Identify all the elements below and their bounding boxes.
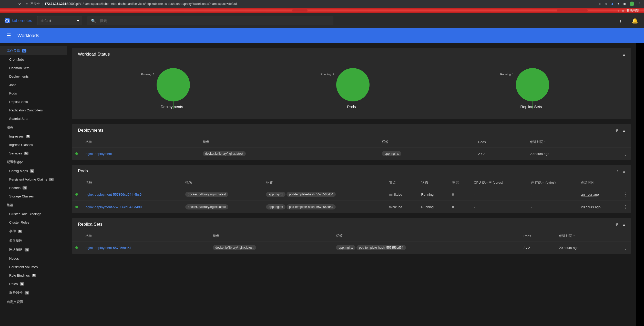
chevron-down-icon: ▾: [77, 19, 79, 23]
column-header[interactable]: CPU 使用率 (cores): [470, 177, 528, 188]
column-header[interactable]: Pods: [520, 230, 556, 241]
namespace-select[interactable]: default ▾: [37, 16, 82, 25]
column-header[interactable]: 节点: [385, 177, 418, 188]
column-header[interactable]: 内存使用 (bytes): [528, 177, 577, 188]
row-menu-icon[interactable]: ⋮: [623, 204, 628, 209]
sidebar-item[interactable]: Nodes: [0, 254, 67, 263]
collapse-icon[interactable]: ▴: [623, 169, 625, 174]
sidebar-item[interactable]: ServicesN: [0, 149, 67, 157]
column-header[interactable]: 创建时间 ↑: [577, 177, 619, 188]
resource-link[interactable]: nginx-deployment: [86, 152, 112, 156]
extension-icon[interactable]: ◆: [611, 2, 614, 6]
create-button[interactable]: ＋: [616, 16, 625, 25]
chart-title: Deployments: [161, 104, 183, 109]
column-header[interactable]: 镜像: [209, 230, 332, 241]
sidebar-item[interactable]: Pods: [0, 89, 67, 98]
search-input[interactable]: [100, 19, 330, 23]
hamburger-icon[interactable]: ☰: [4, 31, 13, 40]
sidebar-section[interactable]: 自定义资源: [0, 297, 67, 307]
address-bar[interactable]: ⚠ 不安全 | 172.21.161.234:8000/api/v1/names…: [26, 2, 594, 6]
sidebar-item[interactable]: Ingress Classes: [0, 141, 67, 149]
sidebar-item[interactable]: 命名空间: [0, 236, 67, 245]
profile-avatar[interactable]: [630, 2, 634, 6]
sidebar-section[interactable]: 服务: [0, 123, 67, 132]
collapse-icon[interactable]: ▴: [623, 52, 625, 57]
collapse-icon[interactable]: ▴: [623, 222, 625, 227]
forward-icon[interactable]: →: [11, 2, 14, 6]
sidebar-item[interactable]: Role BindingsN: [0, 271, 67, 280]
sidebar-item[interactable]: 网络策略N: [0, 245, 67, 254]
label-chip: app: nginx: [382, 151, 401, 156]
column-header[interactable]: 标签: [378, 136, 475, 148]
row-menu-icon[interactable]: ⋮: [623, 192, 628, 197]
search-icon: 🔍: [91, 18, 96, 23]
card-title: Workload Status: [78, 52, 110, 57]
window-icon[interactable]: ▣: [623, 2, 626, 6]
collapse-icon[interactable]: ▴: [623, 128, 625, 133]
sidebar-item[interactable]: Config MapsN: [0, 167, 67, 175]
sidebar-item[interactable]: Cluster Role Bindings: [0, 210, 67, 218]
sidebar-item[interactable]: Stateful Sets: [0, 114, 67, 123]
column-header[interactable]: 标签: [332, 230, 520, 241]
filter-icon[interactable]: ⚞: [615, 222, 619, 227]
brand-text: kubernetes: [12, 18, 32, 23]
resource-link[interactable]: nginx-deployment-557856cd54: [86, 246, 131, 250]
column-header[interactable]: Pods: [475, 136, 526, 148]
pods-card: Pods ⚞ ▴ 名称镜像标签节点状态重启CPU 使用率 (cores)内存使用…: [72, 165, 631, 213]
search-box[interactable]: 🔍: [87, 16, 333, 25]
timestamp: 20 hours ago: [559, 246, 578, 250]
column-header[interactable]: 重启: [448, 177, 470, 188]
puzzle-icon[interactable]: ✦: [617, 2, 620, 6]
sidebar-item[interactable]: RolesN: [0, 280, 67, 288]
resource-link[interactable]: nginx-deployment-557856cd54-h4hs9: [86, 193, 141, 196]
notifications-button[interactable]: 🔔: [630, 16, 639, 25]
star-icon[interactable]: ☆: [605, 2, 608, 6]
sidebar-section[interactable]: 集群: [0, 201, 67, 210]
label-chip: app: nginx: [266, 204, 285, 209]
column-header[interactable]: 状态: [418, 177, 448, 188]
column-header[interactable]: 名称: [82, 177, 182, 188]
sidebar-section[interactable]: 工作负载N: [0, 46, 67, 55]
row-menu-icon[interactable]: ⋮: [623, 245, 628, 250]
filter-icon[interactable]: ⚞: [615, 128, 619, 133]
pie-chart: [336, 68, 370, 101]
column-header[interactable]: 镜像: [182, 177, 262, 188]
sidebar-item[interactable]: IngressesN: [0, 132, 67, 141]
bookmarks-bar: » 🗀 其他书签: [0, 8, 644, 13]
sidebar-item[interactable]: Storage Classes: [0, 192, 67, 201]
sidebar-item[interactable]: 事件N: [0, 227, 67, 236]
column-header[interactable]: 创建时间 ↑: [555, 230, 619, 241]
install-icon[interactable]: ⇧: [599, 2, 601, 6]
other-bookmarks[interactable]: 其他书签: [627, 8, 639, 13]
sidebar-item[interactable]: Daemon Sets: [0, 64, 67, 72]
status-chart: Running: 1Deployments: [154, 68, 190, 109]
overflow-chevron[interactable]: »: [618, 9, 619, 13]
column-header[interactable]: 创建时间 ↑: [526, 136, 619, 148]
column-header[interactable]: 镜像: [199, 136, 379, 148]
sidebar-item[interactable]: Replica Sets: [0, 98, 67, 106]
sidebar-item[interactable]: Replication Controllers: [0, 106, 67, 114]
sidebar-item[interactable]: Jobs: [0, 81, 67, 89]
sidebar-item[interactable]: Cron Jobs: [0, 55, 67, 64]
timestamp: 20 hours ago: [530, 152, 549, 156]
filter-icon[interactable]: ⚞: [615, 169, 619, 174]
resource-link[interactable]: nginx-deployment-557856cd54-5d4d9: [86, 205, 142, 209]
sidebar-item[interactable]: Deployments: [0, 72, 67, 81]
chart-label: Running: 1: [500, 73, 514, 76]
sidebar-item[interactable]: Persistent Volume ClaimsN: [0, 175, 67, 184]
reload-icon[interactable]: ⟳: [18, 2, 21, 6]
menu-icon[interactable]: ⋮: [638, 2, 641, 6]
sidebar-section[interactable]: 配置和存储: [0, 157, 67, 167]
sidebar-item[interactable]: Cluster Roles: [0, 218, 67, 227]
label-chip: docker.io/library/nginx:latest: [213, 245, 256, 250]
sidebar-item[interactable]: SecretsN: [0, 184, 67, 192]
back-icon[interactable]: ←: [3, 2, 6, 6]
column-header[interactable]: 名称: [82, 136, 199, 148]
brand-logo[interactable]: kubernetes: [5, 18, 32, 23]
sidebar-item[interactable]: Persistent Volumes: [0, 263, 67, 271]
column-header[interactable]: 名称: [82, 230, 209, 241]
sidebar-item[interactable]: 服务账号N: [0, 288, 67, 297]
row-menu-icon[interactable]: ⋮: [623, 151, 628, 156]
column-header[interactable]: 标签: [262, 177, 385, 188]
status-dot-icon: [75, 193, 78, 196]
